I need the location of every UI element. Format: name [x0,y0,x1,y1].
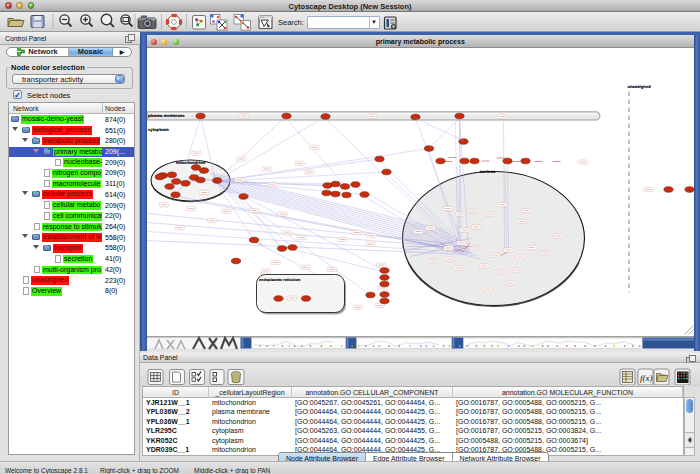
svg-text:unassigned: unassigned [627,83,651,88]
svg-text:endoplasmic reticulum: endoplasmic reticulum [259,277,301,281]
svg-text:nucleus: nucleus [479,169,495,174]
svg-text:plasma membrane: plasma membrane [147,112,184,117]
svg-text:f(x): f(x) [640,373,653,383]
svg-text:mitochondrion: mitochondrion [176,159,206,164]
svg-text:cytoplasm: cytoplasm [148,126,169,131]
